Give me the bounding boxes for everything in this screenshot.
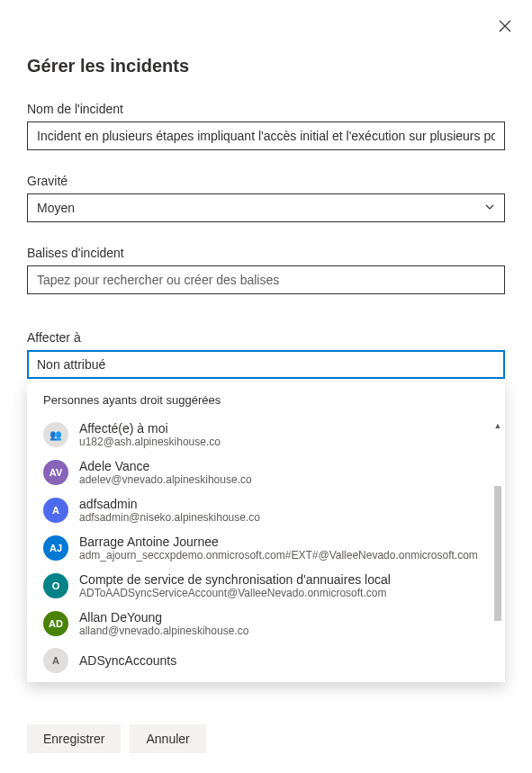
suggestion-text: Allan DeYoungalland@vnevado.alpineskihou… <box>79 610 489 637</box>
dialog-title: Gérer les incidents <box>27 56 505 76</box>
suggestions-list: 👥Affecté(e) à moiu182@ash.alpineskihouse… <box>27 416 505 679</box>
suggestion-text: ADSyncAccounts <box>79 653 489 668</box>
suggestion-name: ADSyncAccounts <box>79 653 489 668</box>
dialog-footer: Enregistrer Annuler <box>27 724 206 753</box>
suggestions-header: Personnes ayants droit suggérées <box>27 393 505 416</box>
incident-name-label: Nom de l'incident <box>27 102 505 116</box>
suggestion-name: Allan DeYoung <box>79 610 489 625</box>
tags-input[interactable] <box>27 265 505 294</box>
scroll-up-arrow-icon[interactable]: ▲ <box>494 421 502 430</box>
suggestion-email: adelev@vnevado.alpineskihouse.co <box>79 473 489 486</box>
suggestion-name: Barrage Antoine Journee <box>79 535 489 549</box>
avatar: O <box>43 573 68 598</box>
assign-to-field: Affecter à Personnes ayants droit suggér… <box>27 330 505 379</box>
incident-name-input[interactable] <box>27 121 505 150</box>
avatar: A <box>43 498 68 523</box>
suggestion-text: Compte de service de synchronisation d'a… <box>79 572 489 599</box>
suggestions-dropdown: Personnes ayants droit suggérées 👥Affect… <box>27 382 505 682</box>
suggestion-item[interactable]: 👥Affecté(e) à moiu182@ash.alpineskihouse… <box>27 416 505 454</box>
assign-to-label: Affecter à <box>27 330 505 345</box>
severity-value: Moyen <box>37 201 75 215</box>
suggestion-email: u182@ash.alpineskihouse.co <box>79 436 489 448</box>
suggestion-item[interactable]: Aadfsadminadfsadmin@niseko.alpineskihous… <box>27 491 505 529</box>
avatar: A <box>43 648 68 673</box>
cancel-button[interactable]: Annuler <box>130 724 205 753</box>
suggestion-name: adfsadmin <box>79 497 489 511</box>
tags-field: Balises d'incident <box>27 246 505 294</box>
suggestion-email: ADToAADSyncServiceAccount@ValleeNevado.o… <box>79 587 489 599</box>
avatar: 👥 <box>43 422 68 447</box>
scrollbar[interactable]: ▲ ▼ <box>494 421 501 679</box>
suggestion-item[interactable]: OCompte de service de synchronisation d'… <box>27 567 505 605</box>
suggestion-item[interactable]: AJBarrage Antoine Journeeadm_ajourn_secc… <box>27 529 505 567</box>
scroll-down-arrow-icon[interactable]: ▼ <box>494 677 502 679</box>
suggestion-item[interactable]: ADAllan DeYoungalland@vnevado.alpineskih… <box>27 605 505 643</box>
suggestion-email: adm_ajourn_seccxpdemo.onmicrosoft.com#EX… <box>79 549 489 562</box>
suggestion-name: Compte de service de synchronisation d'a… <box>79 572 489 587</box>
suggestion-text: adfsadminadfsadmin@niseko.alpineskihouse… <box>79 497 489 524</box>
close-button[interactable] <box>494 16 516 38</box>
close-icon <box>499 20 511 35</box>
chevron-down-icon <box>484 201 495 215</box>
avatar: AV <box>43 460 68 485</box>
severity-field: Gravité Moyen <box>27 174 505 222</box>
severity-dropdown[interactable]: Moyen <box>27 193 505 222</box>
assign-to-input[interactable] <box>27 350 505 379</box>
suggestion-name: Affecté(e) à moi <box>79 421 489 436</box>
severity-label: Gravité <box>27 174 505 188</box>
save-button[interactable]: Enregistrer <box>27 724 121 753</box>
suggestion-name: Adele Vance <box>79 459 489 473</box>
suggestion-email: adfsadmin@niseko.alpineskihouse.co <box>79 511 489 524</box>
suggestion-text: Barrage Antoine Journeeadm_ajourn_seccxp… <box>79 535 489 562</box>
avatar: AJ <box>43 535 68 561</box>
suggestion-email: alland@vnevado.alpineskihouse.co <box>79 625 489 637</box>
scrollbar-thumb[interactable] <box>494 486 501 621</box>
suggestion-text: Affecté(e) à moiu182@ash.alpineskihouse.… <box>79 421 489 448</box>
tags-label: Balises d'incident <box>27 246 505 260</box>
incident-name-field: Nom de l'incident <box>27 102 505 150</box>
suggestion-item[interactable]: AVAdele Vanceadelev@vnevado.alpineskihou… <box>27 454 505 491</box>
suggestion-item[interactable]: AADSyncAccounts <box>27 643 505 679</box>
avatar: AD <box>43 611 68 636</box>
suggestion-text: Adele Vanceadelev@vnevado.alpineskihouse… <box>79 459 489 486</box>
